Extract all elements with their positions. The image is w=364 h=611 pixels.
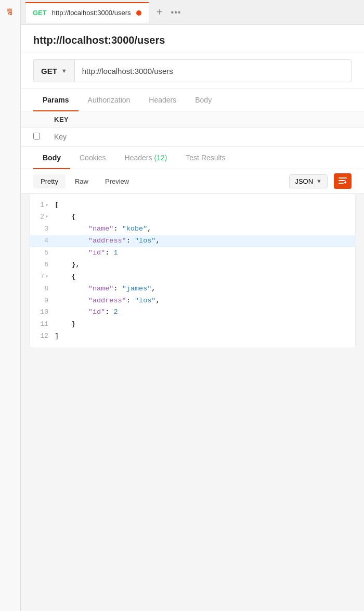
code-line: 7▾ { (30, 271, 355, 283)
response-tabs: Body Cookies Headers (12) Test Results (21, 147, 364, 169)
params-table: KEY (21, 111, 364, 147)
line-content: "name": "james", (55, 283, 355, 295)
headers-badge: (12) (154, 154, 167, 162)
page-title: http://localhost:3000/users (33, 34, 165, 46)
tab-dot (136, 10, 141, 16)
line-toggle[interactable]: ▾ (45, 201, 48, 210)
code-line: 2▾ { (30, 211, 355, 223)
params-key-col-header: KEY (54, 116, 352, 123)
params-empty-row (21, 128, 364, 146)
line-number: 11 (30, 319, 55, 330)
request-bar: GET ▼ (21, 53, 364, 89)
line-content: [ (55, 199, 355, 211)
line-content: "address": "los", (55, 295, 355, 307)
resp-tab-headers[interactable]: Headers (12) (115, 147, 177, 169)
wrap-button[interactable] (334, 173, 352, 189)
params-header-row: KEY (21, 111, 364, 128)
line-content: ] (55, 330, 355, 342)
code-line: 11 } (30, 319, 355, 330)
resp-tab-test-results[interactable]: Test Results (176, 147, 235, 169)
line-content: { (55, 271, 355, 283)
svg-rect-1 (339, 180, 345, 181)
line-number: 5 (30, 247, 55, 259)
tab-bar: GET http://localhost:3000/users + ••• (21, 0, 364, 25)
line-number: 9 (30, 295, 55, 307)
code-line: 3 "name": "kobe", (30, 223, 355, 235)
line-content: { (55, 211, 355, 223)
line-content: "address": "los", (55, 235, 355, 247)
resp-tab-body[interactable]: Body (33, 147, 70, 169)
code-line: 4 "address": "los", (30, 235, 355, 247)
wrap-icon (338, 176, 347, 186)
params-row-checkbox[interactable] (33, 132, 54, 142)
preview-button[interactable]: Preview (98, 174, 136, 188)
code-line: 6 }, (30, 259, 355, 271)
line-number: 8 (30, 283, 55, 295)
line-number: 2▾ (30, 211, 55, 223)
page-title-bar: http://localhost:3000/users (21, 25, 364, 53)
tab-authorization[interactable]: Authorization (79, 90, 140, 111)
code-line: 10 "id": 2 (30, 307, 355, 319)
line-toggle[interactable]: ▾ (45, 212, 48, 221)
tab-params[interactable]: Params (33, 90, 79, 111)
url-input[interactable] (74, 59, 352, 82)
line-toggle[interactable]: ▾ (45, 272, 48, 281)
params-checkbox-col (33, 116, 54, 123)
format-bar: Pretty Raw Preview JSON ▼ (21, 169, 364, 194)
method-select[interactable]: GET ▼ (33, 59, 74, 82)
method-label: GET (41, 67, 57, 75)
line-content: "id": 2 (55, 307, 355, 319)
row-checkbox-input[interactable] (33, 133, 40, 139)
add-tab-button[interactable]: + (151, 4, 168, 21)
left-sidebar: all (0, 0, 21, 611)
code-line: 12] (30, 330, 355, 342)
svg-rect-2 (339, 183, 344, 184)
line-content: } (55, 319, 355, 330)
tab-headers[interactable]: Headers (139, 90, 186, 111)
raw-button[interactable]: Raw (68, 174, 96, 188)
line-number: 1▾ (30, 199, 55, 211)
format-select-arrow: ▼ (316, 178, 322, 184)
request-tabs: Params Authorization Headers Body (21, 89, 364, 111)
svg-rect-0 (339, 177, 347, 179)
line-number: 3 (30, 223, 55, 235)
line-content: "name": "kobe", (55, 223, 355, 235)
line-content: "id": 1 (55, 247, 355, 259)
active-tab[interactable]: GET http://localhost:3000/users (25, 2, 149, 23)
format-select[interactable]: JSON ▼ (289, 174, 328, 188)
method-dropdown-arrow: ▼ (61, 68, 67, 74)
line-number: 10 (30, 307, 55, 318)
tab-method: GET (33, 9, 47, 17)
code-line: 9 "address": "los", (30, 295, 355, 307)
line-content: }, (55, 259, 355, 271)
params-key-input[interactable] (54, 133, 352, 141)
tab-url: http://localhost:3000/users (52, 9, 131, 17)
more-tabs-button[interactable]: ••• (168, 4, 185, 21)
resp-tab-cookies[interactable]: Cookies (70, 147, 115, 169)
code-line: 1▾[ (30, 199, 355, 211)
line-number: 4 (30, 235, 55, 247)
sidebar-label: all (0, 0, 20, 23)
format-select-label: JSON (295, 177, 313, 185)
code-viewer: 1▾[2▾ {3 "name": "kobe",4 "address": "lo… (29, 194, 356, 348)
tab-body[interactable]: Body (186, 90, 221, 111)
line-number: 12 (30, 330, 55, 342)
line-number: 7▾ (30, 271, 55, 283)
line-number: 6 (30, 259, 55, 271)
pretty-button[interactable]: Pretty (33, 174, 66, 188)
code-line: 5 "id": 1 (30, 247, 355, 259)
code-line: 8 "name": "james", (30, 283, 355, 295)
